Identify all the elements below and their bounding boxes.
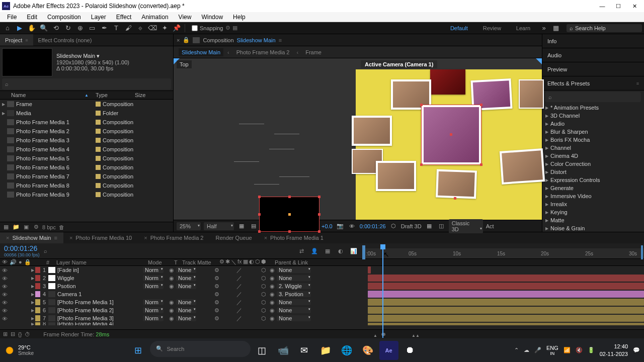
interpret-footage[interactable]: ▦ — [2, 224, 10, 231]
rotation-tool[interactable]: ↻ — [62, 23, 73, 33]
effect-category[interactable]: ▶Color Correction — [542, 160, 644, 168]
transparency-grid[interactable]: ▤ — [249, 222, 258, 230]
preview-timecode[interactable]: 0:00:01:26 — [360, 223, 386, 229]
volume-icon[interactable]: 🔇 — [576, 347, 583, 353]
timeline-layer-row[interactable]: 👁 ▶ 7 [Photo Frame Media 3] Norm ◉None ⚙… — [0, 314, 644, 322]
effect-category[interactable]: ▶Matte — [542, 216, 644, 224]
lock-icon[interactable]: 🔒 — [183, 37, 190, 43]
show-snapshot[interactable]: 👁 — [348, 222, 357, 230]
bpc-display[interactable]: 8 bpc — [42, 224, 56, 230]
workspace-default[interactable]: Default — [443, 25, 475, 31]
toggle-render-time[interactable]: ⏱ — [25, 331, 30, 337]
zoom-app[interactable]: 📹 — [274, 341, 293, 360]
rectangle-tool[interactable]: ▭ — [87, 23, 98, 33]
wifi-icon[interactable]: 📶 — [564, 347, 571, 353]
project-tab[interactable]: Project≡ — [0, 34, 33, 46]
timeline-layer-row[interactable]: 👁 ▶ 4 Camera 1 ⚙／⬡ ◉3. Psotion — [0, 290, 644, 298]
language-switcher[interactable]: ENGIN — [546, 345, 558, 356]
toggle-switches[interactable]: ⊞ — [3, 331, 8, 337]
workspace-learn[interactable]: Learn — [509, 25, 537, 31]
menu-file[interactable]: File — [2, 14, 22, 21]
menu-layer[interactable]: Layer — [86, 14, 111, 21]
active-camera-dd[interactable]: Act — [486, 223, 494, 229]
exposure-value[interactable]: +0.0 — [321, 223, 333, 229]
toggle-in-out[interactable]: {} — [18, 331, 22, 337]
timeline-layer-row[interactable]: 👁 ▶ 3 Psotion Norm ◉None ⚙／⬡ ◉2. Wiggle — [0, 282, 644, 290]
timeline-timecode[interactable]: 0:00:01:26 — [4, 244, 40, 252]
comp-tab-name[interactable]: Slideshow Main — [237, 37, 276, 43]
minimize-button[interactable]: — — [599, 3, 606, 10]
effect-category[interactable]: ▶Audio — [542, 120, 644, 128]
explorer-app[interactable]: 📁 — [316, 341, 335, 360]
project-search[interactable]: ⌕ — [2, 78, 171, 89]
anchor-tool[interactable]: ⊕ — [74, 23, 86, 33]
camera-bounds[interactable] — [259, 197, 319, 232]
viewer-active-camera[interactable]: Active Camera (Camera 1) — [356, 58, 542, 220]
effect-category[interactable]: ▶Distort — [542, 168, 644, 176]
graph-editor[interactable]: 📊 — [349, 247, 358, 255]
breadcrumb-1[interactable]: Photo Frame Media 2 — [233, 48, 293, 56]
menu-composition[interactable]: Composition — [42, 14, 86, 21]
menu-edit[interactable]: Edit — [22, 14, 42, 21]
current-time-indicator[interactable] — [382, 247, 383, 338]
project-item[interactable]: ▶FrameComposition — [0, 100, 173, 109]
info-panel[interactable]: Info — [542, 34, 644, 48]
col-name[interactable]: Name — [9, 92, 85, 98]
adjust-bpc[interactable]: ⚙ — [32, 224, 40, 231]
timeline-layer-row[interactable]: 👁 ▶ 1 [Fade in] Norm ◉None ⚙／⬡ ◉None — [0, 266, 644, 274]
effects-search[interactable]: ⌕ — [545, 92, 641, 102]
comp-flowchart[interactable]: ⇄ — [297, 247, 306, 255]
effect-category[interactable]: ▶* Animation Presets — [542, 104, 644, 112]
menu-effect[interactable]: Effect — [111, 14, 136, 21]
3d-ground[interactable]: ▦ — [425, 222, 434, 230]
renderer-dropdown[interactable]: Classic 3D — [449, 219, 483, 233]
effect-category[interactable]: ▶Noise & Grain — [542, 224, 644, 232]
notifications-icon[interactable]: 💬 — [633, 347, 640, 353]
brush-tool[interactable]: 🖌 — [123, 23, 134, 33]
battery-icon[interactable]: 🔋 — [588, 347, 595, 353]
pen-tool[interactable]: ✒ — [99, 23, 110, 33]
effect-category[interactable]: ▶Boris FX Mocha — [542, 136, 644, 144]
col-type[interactable]: Type — [94, 92, 133, 98]
clone-tool[interactable]: ⟐ — [135, 23, 146, 33]
audio-panel[interactable]: Audio — [542, 48, 644, 62]
menu-window[interactable]: Window — [196, 14, 228, 21]
workspace-icon[interactable]: ▦ — [550, 23, 561, 33]
col-size[interactable]: Size — [133, 92, 147, 98]
maximize-button[interactable]: ☐ — [615, 3, 622, 10]
close-button[interactable]: ✕ — [631, 3, 638, 10]
tl-tab-3[interactable]: Render Queue — [209, 232, 258, 243]
menu-animation[interactable]: Animation — [136, 14, 173, 21]
onedrive-icon[interactable]: ☁ — [524, 347, 529, 353]
viewer-top[interactable]: Top — [174, 58, 356, 220]
project-list[interactable]: ▶FrameComposition▶MediaFolderPhoto Frame… — [0, 100, 173, 222]
hand-tool[interactable]: ✋ — [26, 23, 37, 33]
menu-help[interactable]: Help — [228, 14, 251, 21]
new-comp[interactable]: ▣ — [22, 224, 30, 231]
new-folder[interactable]: 📁 — [12, 224, 20, 231]
tl-tab-4[interactable]: ×Photo Frame Media 1 — [258, 232, 330, 243]
effect-category[interactable]: ▶Blur & Sharpen — [542, 128, 644, 136]
snapshot[interactable]: 📷 — [336, 222, 345, 230]
effect-category[interactable]: ▶Keying — [542, 208, 644, 216]
menu-view[interactable]: View — [174, 14, 197, 21]
frame-blend[interactable]: ▦ — [323, 247, 332, 255]
draft-3d-label[interactable]: Draft 3D — [401, 223, 422, 229]
comp-name-display[interactable]: Slideshow Main ▾ — [56, 53, 171, 59]
project-item[interactable]: Photo Frame Media 2Composition — [0, 127, 173, 136]
effect-category[interactable]: ▶Immersive Video — [542, 192, 644, 200]
project-item[interactable]: Photo Frame Media 1Composition — [0, 118, 173, 127]
preview-panel[interactable]: Preview — [542, 62, 644, 76]
breadcrumb-2[interactable]: Frame — [302, 48, 325, 56]
effect-category[interactable]: ▶Generate — [542, 184, 644, 192]
draft-3d-icon[interactable]: ⬡ — [389, 222, 398, 230]
effect-category[interactable]: ▶3D Channel — [542, 112, 644, 120]
extended-viewer[interactable]: ◫ — [437, 222, 446, 230]
start-button[interactable]: ⊞ — [129, 341, 148, 360]
weather-widget[interactable]: 29°C Smoke — [4, 344, 34, 356]
mail-app[interactable]: ✉ — [295, 341, 314, 360]
project-item[interactable]: Photo Frame Media 8Composition — [0, 181, 173, 190]
mic-icon[interactable]: 🎤 — [534, 347, 541, 353]
timeline-layer-row[interactable]: 👁 ▶ 5 [Photo Frame Media 1] Norm ◉None ⚙… — [0, 298, 644, 306]
work-area-start[interactable] — [362, 245, 365, 259]
